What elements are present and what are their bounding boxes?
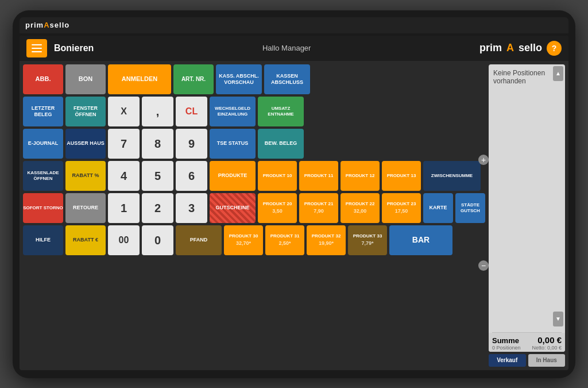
tse-status-button[interactable]: TSE STATUS	[210, 129, 256, 159]
help-button[interactable]: ?	[547, 41, 562, 56]
ausser-haus-button[interactable]: AUSSER HAUS	[65, 129, 106, 159]
e-journal-button[interactable]: E-JOURNAL	[23, 129, 63, 159]
gutscheine-button[interactable]: GUTSCHEINE	[210, 193, 256, 223]
scroll-up-button[interactable]: ▲	[553, 66, 563, 81]
produkte-button[interactable]: PRODUKTE	[210, 161, 256, 191]
produkt33-button[interactable]: PRODUKT 33 7,79*	[348, 225, 387, 255]
00-button[interactable]: 00	[108, 225, 140, 255]
receipt-plus-button[interactable]: +	[478, 155, 489, 165]
tab-row: Verkauf In Haus	[489, 354, 565, 367]
x-button[interactable]: X	[108, 97, 140, 126]
receipt-content: Keine Positionen vorhanden	[489, 64, 565, 332]
produkt20-button[interactable]: PRODUKT 20 3,50	[258, 193, 297, 223]
produkt32-button[interactable]: PRODUKT 32 19,90*	[307, 225, 346, 255]
total-amount: 0,00 €	[532, 335, 562, 345]
header-brand: primAsello	[479, 42, 542, 54]
produkt23-button[interactable]: PRODUKT 23 17,50	[382, 193, 421, 223]
kassenlade-button[interactable]: KASSENLADE ÖFFNEN	[23, 161, 63, 191]
produkt11-button[interactable]: PRODUKT 11	[299, 161, 338, 191]
fenster-oeffnen-button[interactable]: FENSTER ÖFFNEN	[65, 97, 106, 126]
2-button[interactable]: 2	[142, 193, 173, 223]
cl-button[interactable]: CL	[176, 97, 207, 126]
letzter-beleg-button[interactable]: LETZTER BELEG	[23, 97, 63, 126]
wechselgeld-button[interactable]: WECHSELGELD EINZAHLUNG	[210, 97, 256, 126]
produkt30-button[interactable]: PRODUKT 30 32,70*	[224, 225, 263, 255]
anmelden-button[interactable]: ANMELDEN	[108, 64, 171, 94]
title-bar-logo: primAsello	[25, 21, 69, 29]
menu-button[interactable]	[26, 39, 47, 57]
produkt12-button[interactable]: PRODUKT 12	[341, 161, 380, 191]
zwischensumme-button[interactable]: ZWISCHENSUMME	[423, 161, 481, 191]
bew-beleg-button[interactable]: BEW. BELEG	[258, 129, 304, 159]
6-button[interactable]: 6	[176, 161, 207, 191]
app-header: Bonieren Hallo Manager primAsello ?	[20, 36, 568, 61]
receipt-minus-button[interactable]: −	[478, 260, 489, 271]
tab-verkauf[interactable]: Verkauf	[489, 354, 526, 367]
produkt22-button[interactable]: PRODUKT 22 32,00	[341, 193, 380, 223]
user-greeting: Hallo Manager	[94, 44, 479, 52]
5-button[interactable]: 5	[142, 161, 173, 191]
rabatt-pct-button[interactable]: RABATT %	[65, 161, 106, 191]
umsatz-entnahme-button[interactable]: UMSATZ ENTNAHME	[258, 97, 304, 126]
scroll-down-button[interactable]: ▼	[553, 312, 563, 326]
produkt10-button[interactable]: PRODUKT 10	[258, 161, 297, 191]
tab-in-haus[interactable]: In Haus	[528, 354, 566, 367]
hilfe-button[interactable]: HILFE	[23, 225, 63, 255]
comma-button[interactable]: ,	[142, 97, 173, 126]
bar-button[interactable]: BAR	[389, 225, 452, 255]
8-button[interactable]: 8	[142, 129, 173, 159]
sofort-storno-button[interactable]: SOFORT STORNO	[23, 193, 63, 223]
produkt13-button[interactable]: PRODUKT 13	[382, 161, 421, 191]
receipt-total: Summe 0 Positionen 0,00 € Netto: 0,00 €	[489, 333, 565, 352]
total-label: Summe	[492, 336, 521, 345]
7-button[interactable]: 7	[108, 129, 140, 159]
produkt21-button[interactable]: PRODUKT 21 7,90	[299, 193, 338, 223]
art-nr-button[interactable]: ART. NR.	[173, 64, 214, 94]
produkt31-button[interactable]: PRODUKT 31 2,50*	[265, 225, 304, 255]
page-title: Bonieren	[54, 43, 94, 53]
3-button[interactable]: 3	[176, 193, 207, 223]
kass-abschl-vorschau-button[interactable]: KASS. ABSCHL. VORSCHAU	[216, 64, 262, 94]
retoure-button[interactable]: RETOURE	[65, 193, 106, 223]
9-button[interactable]: 9	[176, 129, 207, 159]
positions-text: 0 Positionen	[492, 345, 521, 351]
karte-button[interactable]: KARTE	[423, 193, 453, 223]
rabatt-eur-button[interactable]: RABATT €	[65, 225, 106, 255]
receipt-empty-text: Keine Positionen vorhanden	[493, 69, 560, 85]
1-button[interactable]: 1	[108, 193, 140, 223]
4-button[interactable]: 4	[108, 161, 140, 191]
bon-button[interactable]: BON	[65, 64, 106, 94]
netto-label: Netto: 0,00 €	[532, 345, 562, 351]
kassen-abschluss-button[interactable]: KASSEN ABSCHLUSS	[264, 64, 310, 94]
pfand-button[interactable]: PFAND	[176, 225, 222, 255]
staedte-gutsch-button[interactable]: STÄDTE GUTSCH	[455, 193, 485, 223]
abb-button[interactable]: ABB.	[23, 64, 63, 94]
0-button[interactable]: 0	[142, 225, 173, 255]
